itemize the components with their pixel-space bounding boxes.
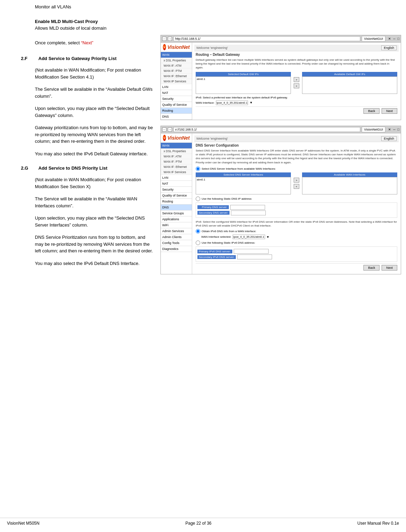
- nav-security-2[interactable]: Security: [161, 187, 192, 193]
- section-2g-title: Add Service to DNS Priority List: [38, 165, 107, 171]
- screenshot-panel-1: ← → http://192.168.5.1/ VisionNetGUI ✕ ─…: [160, 35, 401, 120]
- nav-wan-2[interactable]: WAN: [161, 143, 192, 149]
- next-btn-2[interactable]: Next: [382, 265, 397, 271]
- right-column: ← → http://192.168.5.1/ VisionNetGUI ✕ ─…: [160, 35, 401, 280]
- nav-wan-atm-1[interactable]: WAN IF: ATM: [161, 63, 192, 68]
- nav-dns-1[interactable]: DNS: [161, 114, 192, 120]
- gw-arrow-left[interactable]: <: [294, 83, 299, 88]
- secondary-dns-input[interactable]: [231, 210, 266, 215]
- nav-xdsl-2[interactable]: x DSL Properties: [161, 149, 192, 154]
- section-2g-para4: DNS Service Prioritization runs from top…: [35, 235, 153, 253]
- nav-security-1[interactable]: Security: [161, 96, 192, 102]
- nav-config-tools-2[interactable]: Config Tools: [161, 240, 192, 246]
- nav-sidebar-2: V VisionNet WAN x DSL Properties WAN IF:…: [161, 133, 192, 274]
- section-2g-number: 2.G: [21, 165, 38, 171]
- nav-lan-2[interactable]: LAN: [161, 175, 192, 181]
- nav-wan-ptm-2[interactable]: WAN IF: PTM: [161, 159, 192, 164]
- titlebar-fwd-btn-2[interactable]: →: [168, 127, 172, 132]
- nav-admin-clients-2[interactable]: Admin Clients: [161, 234, 192, 240]
- titlebar-fwd-btn-1[interactable]: →: [168, 37, 172, 41]
- titlebar-minimize-2[interactable]: ─: [393, 128, 395, 131]
- dns-arrow-left[interactable]: <: [294, 184, 299, 189]
- nav-qos-2[interactable]: Quality of Service: [161, 193, 192, 199]
- titlebar-maximize-2[interactable]: □: [398, 128, 399, 131]
- back-btn-1[interactable]: Back: [363, 108, 379, 114]
- mld-desc: Allows MLD outside of local domain: [35, 25, 106, 31]
- nav-diagnostics-2[interactable]: Diagnostics: [161, 246, 192, 252]
- back-btn-2[interactable]: Back: [363, 265, 379, 271]
- primary-dns-input[interactable]: [230, 205, 265, 210]
- lang-btn-1[interactable]: English: [381, 45, 397, 50]
- visionnet-logo-circle-1: V: [163, 44, 166, 50]
- secondary-ipv6-row: Secondary IPv6 DNS server:: [197, 254, 396, 259]
- selected-dns-item: atm0.1: [197, 178, 290, 181]
- wan-iface-dropdown-icon-2[interactable]: ▼: [266, 235, 270, 239]
- static-ipv6-label: Use the following Static IPv6 DNS addres…: [202, 241, 255, 244]
- available-gw-col: Available Default GW IFs: [302, 72, 397, 94]
- nav-wan-ip-1[interactable]: WAN IP Services: [161, 79, 192, 84]
- titlebar-close-2[interactable]: ✕: [388, 128, 391, 131]
- titlebar-maximize-1[interactable]: □: [398, 37, 399, 40]
- radio-wan-interface[interactable]: [196, 167, 200, 171]
- nav-xdsl-1[interactable]: x DSL Properties: [161, 58, 192, 63]
- static-ipv6-row: Use the following Static IPv6 DNS addres…: [196, 241, 397, 245]
- routing-description: Default gateway interface list can have …: [196, 58, 397, 70]
- nav-wan-1[interactable]: WAN: [161, 52, 192, 58]
- titlebar-url-2[interactable]: v://192.168.5.1/: [173, 127, 360, 132]
- nav-applications-2[interactable]: Applications: [161, 216, 192, 222]
- titlebar-tab-1[interactable]: VisionNetGUI: [362, 36, 385, 42]
- radio-obtain-ipv6[interactable]: [196, 229, 200, 234]
- ipv6-desc-2: IPv6: Select the configured WAN interfac…: [196, 220, 397, 228]
- secondary-ipv6-input[interactable]: [237, 254, 272, 259]
- panel-content-1: Routing – Default Gateway Default gatewa…: [194, 51, 399, 115]
- titlebar-minimize-1[interactable]: ─: [393, 37, 395, 40]
- page-container: Monitor all VLANs Enable MLD Multi-Cast …: [0, 0, 406, 532]
- nav-wifi-2[interactable]: WiFi: [161, 222, 192, 228]
- nav-routing-1[interactable]: Routing: [161, 108, 192, 114]
- routing-section-title: Routing – Default Gateway: [196, 53, 397, 57]
- primary-ipv6-row: Primary IPv6 DNS server:: [197, 249, 396, 254]
- section-2f-para2: The Service will be available in the “Av…: [35, 87, 152, 99]
- nav-wan-ethernet-2[interactable]: WAN IF: Ethernet: [161, 164, 192, 170]
- logo-area-1: V VisionNet: [161, 43, 192, 52]
- titlebar-url-1[interactable]: http://192.168.5.1/: [173, 36, 360, 41]
- wan-iface-row-1: WAN Interface: ipoe_4_0_35.201/atm0.1 ▼: [196, 101, 397, 105]
- nav-routing-2[interactable]: Routing: [161, 199, 192, 205]
- radio-static-ipv6[interactable]: [196, 241, 200, 245]
- panel-main-2: Welcome 'engineering' English DNS Server…: [192, 133, 401, 274]
- nav-service-groups-2[interactable]: Service Groups: [161, 210, 192, 216]
- dns-arrow-right[interactable]: >: [294, 178, 299, 183]
- nav-dns-2[interactable]: DNS: [161, 205, 192, 210]
- titlebar-tab-2[interactable]: VisionNetGUI: [362, 127, 385, 132]
- lang-btn-2[interactable]: English: [381, 136, 397, 141]
- nav-wan-ip-2[interactable]: WAN IF Services: [161, 170, 192, 175]
- nav-wan-ethernet-1[interactable]: WAN IF: Ethernet: [161, 74, 192, 79]
- titlebar-back-btn-1[interactable]: ←: [162, 37, 166, 41]
- nav-lan-1[interactable]: LAN: [161, 84, 192, 90]
- section-2g-para1: (Not available in WAN Modification; For …: [35, 177, 141, 189]
- nav-nat-2[interactable]: NAT: [161, 181, 192, 187]
- monitor-vlans-text: Monitor all VLANs: [35, 4, 71, 9]
- titlebar-back-btn-2[interactable]: ←: [162, 127, 166, 132]
- radio-static-dns[interactable]: [196, 197, 200, 201]
- wan-iface-dropdown-icon-1[interactable]: ▼: [249, 101, 253, 104]
- next-btn-1[interactable]: Next: [382, 108, 397, 114]
- left-column: Monitor all VLANs Enable MLD Multi-Cast …: [7, 0, 160, 269]
- wan-iface-selected-value[interactable]: ipoe_4_0_35.201/atm0.1: [233, 235, 265, 239]
- nav-wan-ptm-1[interactable]: WAN IF: PTM: [161, 68, 192, 74]
- nav-qos-1[interactable]: Quality of Service: [161, 102, 192, 108]
- dns-description: Select DNS Server Interface from availab…: [196, 149, 397, 164]
- nav-wan-atm-2[interactable]: WAN IF: ATM: [161, 154, 192, 159]
- gw-arrow-right[interactable]: >: [294, 77, 299, 82]
- primary-dns-row: Primary DNS server:: [197, 205, 396, 210]
- primary-ipv6-input[interactable]: [234, 249, 269, 254]
- nav-nat-1[interactable]: NAT: [161, 90, 192, 96]
- nav-admin-services-2[interactable]: Admin Services: [161, 228, 192, 234]
- panel-welcome-1: Welcome 'engineering': [196, 46, 228, 50]
- gw-arrows-1: > <: [293, 72, 300, 94]
- panel-body-1: V VisionNet WAN x DSL Properties WAN IF:…: [161, 43, 401, 120]
- wan-iface-select-1[interactable]: ipoe_4_0_35.201/atm0.1: [216, 101, 248, 105]
- titlebar-close-1[interactable]: ✕: [388, 37, 391, 40]
- next-link-1[interactable]: “Next”: [81, 40, 93, 45]
- panel-main-1: Welcome 'engineering' English Routing – …: [192, 43, 401, 120]
